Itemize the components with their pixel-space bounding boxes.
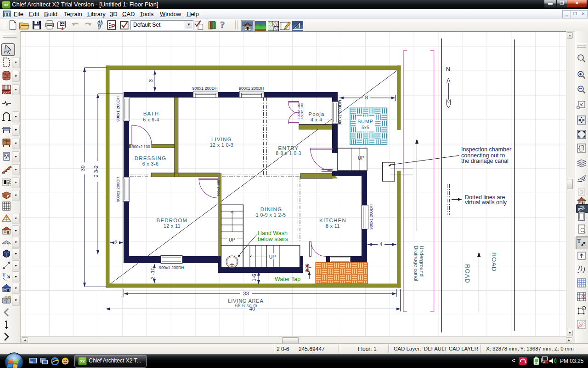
- svg-text:DRESSING: DRESSING: [135, 155, 167, 161]
- svg-text:12 x 1 0-3: 12 x 1 0-3: [210, 142, 234, 148]
- svg-text:?: ?: [220, 20, 225, 30]
- svg-text:900x1 200DH: 900x1 200DH: [116, 96, 120, 121]
- svg-text:900x1 200DH: 900x1 200DH: [192, 86, 217, 91]
- svg-text:2: 2: [114, 240, 117, 245]
- svg-text:900x1 200DH: 900x1 200DH: [116, 177, 120, 202]
- svg-text:4: 4: [379, 242, 383, 247]
- svg-text:68.6 sq m: 68.6 sq m: [235, 303, 257, 308]
- svg-text:T: T: [2, 271, 6, 278]
- svg-text:BATH: BATH: [143, 111, 159, 116]
- svg-text:4 x 4: 4 x 4: [311, 117, 322, 122]
- svg-text:450x2 100: 450x2 100: [300, 103, 304, 119]
- svg-text:8 x 11: 8 x 11: [326, 223, 340, 229]
- svg-text:B: B: [7, 181, 9, 184]
- svg-text:N: N: [446, 66, 450, 73]
- svg-text:SUMP: SUMP: [357, 119, 373, 124]
- svg-text:8: 8: [365, 95, 368, 100]
- svg-text:T: T: [577, 237, 581, 244]
- svg-text:900x1 200DH: 900x1 200DH: [369, 204, 373, 230]
- svg-text:8-8 x 1 0-3: 8-8 x 1 0-3: [276, 150, 301, 156]
- svg-text:2 -10: 2 -10: [150, 267, 155, 279]
- svg-text:the drainage canal: the drainage canal: [461, 158, 509, 164]
- svg-text:1-6: 1-6: [251, 274, 257, 282]
- svg-text:6 x 3-6: 6 x 3-6: [142, 161, 159, 167]
- svg-text:Drainage canal: Drainage canal: [413, 246, 419, 281]
- svg-text:1 0-9 x 1 2-5: 1 0-9 x 1 2-5: [256, 212, 286, 218]
- svg-text:Inspection chamber: Inspection chamber: [461, 146, 511, 153]
- svg-text:900x1 200DH: 900x1 200DH: [159, 265, 184, 270]
- svg-text:2 3-2: 2 3-2: [93, 165, 99, 177]
- svg-text:LIVING: LIVING: [211, 137, 232, 142]
- svg-text:KITCHEN: KITCHEN: [319, 218, 346, 223]
- svg-text:Pooja: Pooja: [308, 111, 324, 117]
- svg-text:900x1 200DH: 900x1 200DH: [239, 86, 264, 91]
- svg-text:BEDROOM: BEDROOM: [157, 218, 188, 223]
- svg-text:5x5: 5x5: [362, 125, 369, 130]
- svg-text:P: P: [111, 23, 115, 29]
- svg-text:ROAD: ROAD: [491, 253, 498, 272]
- svg-text:Hand Wash: Hand Wash: [258, 230, 288, 236]
- svg-text:Underground: Underground: [419, 246, 424, 276]
- svg-text:ENTRY: ENTRY: [278, 145, 299, 151]
- svg-text:33: 33: [243, 291, 249, 296]
- svg-text:DINING: DINING: [260, 207, 282, 212]
- svg-text:900x2 100: 900x2 100: [132, 144, 150, 149]
- svg-text:6 x 6-4: 6 x 6-4: [143, 117, 159, 122]
- svg-text:UP: UP: [229, 237, 236, 242]
- svg-text:900x2 100: 900x2 100: [216, 180, 220, 196]
- svg-text:12 x 11: 12 x 11: [164, 223, 181, 229]
- svg-text:virtual walls only: virtual walls only: [465, 199, 507, 206]
- svg-text:below stairs: below stairs: [258, 236, 288, 242]
- svg-text:Water Tap: Water Tap: [275, 276, 300, 282]
- svg-text:UP: UP: [358, 155, 365, 161]
- svg-text:3: 3: [148, 79, 153, 82]
- svg-text:900x1 200DH: 900x1 200DH: [338, 100, 342, 125]
- svg-text:30: 30: [80, 166, 85, 172]
- svg-text:UP: UP: [269, 254, 276, 259]
- svg-text:ROAD: ROAD: [464, 264, 471, 283]
